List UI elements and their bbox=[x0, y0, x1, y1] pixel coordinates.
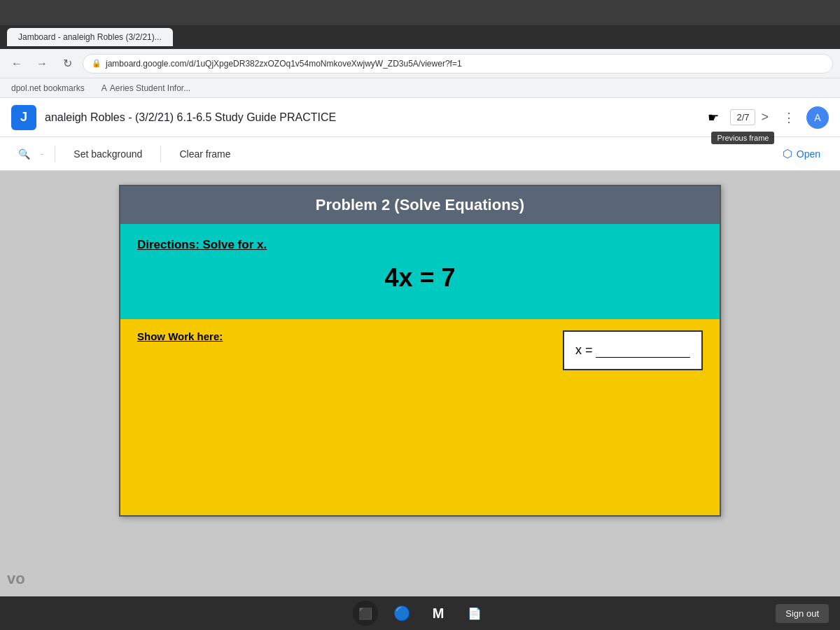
open-label: Open bbox=[797, 148, 820, 160]
prev-frame-tooltip: Previous frame bbox=[711, 132, 774, 144]
answer-prefix: x = bbox=[575, 343, 593, 358]
frame-yellow-section: Show Work here: x = bbox=[120, 319, 720, 515]
taskbar: ⬛ 🔵 M 📄 Sign out bbox=[0, 596, 840, 630]
jam-header-right: ☛ 2/7 Previous frame > ⋮ A bbox=[702, 106, 829, 129]
frame-counter[interactable]: 2/7 Previous frame bbox=[730, 109, 755, 125]
camera-taskbar-icon[interactable]: ⬛ bbox=[353, 601, 378, 626]
active-tab[interactable]: Jamboard - analeigh Robles (3/2/21)... bbox=[7, 28, 173, 46]
search-area: 🔍 - bbox=[11, 144, 43, 164]
toolbar-separator-1: - bbox=[40, 148, 43, 160]
frame-counter-value: 2/7 bbox=[736, 112, 749, 122]
docs-taskbar-icon[interactable]: 📄 bbox=[462, 601, 487, 626]
gmail-taskbar-icon[interactable]: M bbox=[426, 601, 451, 626]
tab-label: Jamboard - analeigh Robles (3/2/21)... bbox=[18, 32, 162, 42]
set-background-label: Set background bbox=[74, 148, 142, 160]
address-text: jamboard.google.com/d/1uQjXpgeDR382zxOZO… bbox=[106, 59, 824, 69]
frame-content: Problem 2 (Solve Equations) Directions: … bbox=[119, 185, 721, 517]
hand-tool-button[interactable]: ☛ bbox=[702, 106, 724, 129]
user-avatar[interactable]: A bbox=[806, 106, 829, 129]
back-button[interactable]: ← bbox=[7, 54, 27, 74]
jam-title: analeigh Robles - (3/2/21) 6.1-6.5 Study… bbox=[45, 111, 694, 124]
toolbar-divider-1 bbox=[55, 146, 55, 162]
forward-button[interactable]: → bbox=[32, 54, 52, 74]
next-frame-button[interactable]: > bbox=[758, 107, 771, 127]
search-button[interactable]: 🔍 bbox=[11, 144, 37, 164]
answer-line bbox=[596, 344, 690, 358]
more-options-button[interactable]: ⋮ bbox=[777, 107, 801, 128]
main-app: J analeigh Robles - (3/2/21) 6.1-6.5 Stu… bbox=[0, 98, 840, 630]
browser-toolbar: ← → ↻ 🔒 jamboard.google.com/d/1uQjXpgeDR… bbox=[0, 49, 840, 78]
frame-title: Problem 2 (Solve Equations) bbox=[130, 196, 710, 214]
answer-box: x = bbox=[563, 330, 703, 370]
frame-teal-section: Directions: Solve for x. 4x = 7 bbox=[120, 224, 720, 319]
bookmark-dpol[interactable]: dpol.net bookmarks bbox=[7, 82, 89, 94]
clear-frame-label: Clear frame bbox=[179, 148, 230, 160]
toolbar-divider-2 bbox=[160, 146, 161, 162]
bookmark-aeries[interactable]: A Aeries Student Infor... bbox=[97, 82, 195, 94]
browser-top-bar bbox=[0, 0, 840, 25]
lock-icon: 🔒 bbox=[92, 59, 102, 68]
bookmarks-bar: dpol.net bookmarks A Aeries Student Info… bbox=[0, 78, 840, 98]
frame-header-bar: Problem 2 (Solve Equations) bbox=[120, 186, 720, 224]
sign-out-button[interactable]: Sign out bbox=[776, 604, 829, 623]
jam-logo: J bbox=[11, 105, 36, 130]
bottom-corner-text: vo bbox=[7, 570, 25, 588]
jam-canvas: Problem 2 (Solve Equations) Directions: … bbox=[0, 171, 840, 596]
open-button[interactable]: ⬡ Open bbox=[774, 143, 829, 164]
frame-nav: 2/7 Previous frame > bbox=[730, 107, 771, 127]
chrome-taskbar-icon[interactable]: 🔵 bbox=[389, 601, 414, 626]
bookmark-aeries-label: Aeries Student Infor... bbox=[110, 83, 190, 93]
jam-header: J analeigh Robles - (3/2/21) 6.1-6.5 Stu… bbox=[0, 98, 840, 137]
bookmark-dpol-label: dpol.net bookmarks bbox=[11, 83, 85, 93]
clear-frame-button[interactable]: Clear frame bbox=[172, 144, 237, 164]
reload-button[interactable]: ↻ bbox=[57, 54, 77, 74]
bookmark-aeries-icon: A bbox=[102, 83, 107, 93]
browser-tabs: Jamboard - analeigh Robles (3/2/21)... bbox=[0, 25, 840, 49]
show-work-label: Show Work here: bbox=[137, 330, 223, 504]
address-bar[interactable]: 🔒 jamboard.google.com/d/1uQjXpgeDR382zxO… bbox=[83, 54, 833, 74]
frame-equation: 4x = 7 bbox=[137, 263, 703, 293]
frame-directions: Directions: Solve for x. bbox=[137, 238, 703, 252]
set-background-button[interactable]: Set background bbox=[66, 144, 149, 164]
